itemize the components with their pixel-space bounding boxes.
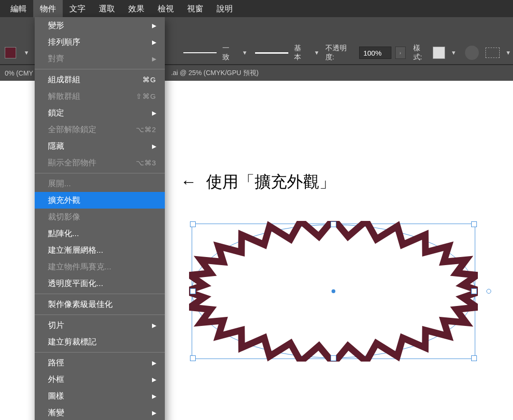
menu-item-15[interactable]: 建立漸層網格... bbox=[35, 242, 165, 258]
object-menu-dropdown: 變形▶排列順序▶對齊▶組成群組⌘G解散群組⇧⌘G鎖定▶全部解除鎖定⌥⌘2隱藏▶顯… bbox=[35, 17, 165, 420]
menu-item-label: 鎖定 bbox=[48, 107, 64, 118]
menubar-item-6[interactable]: 視窗 bbox=[180, 0, 210, 18]
brush-preview bbox=[255, 52, 288, 54]
menu-separator bbox=[35, 69, 165, 69]
selection-handle-bc[interactable] bbox=[328, 353, 339, 364]
menu-shortcut: ⌥⌘3 bbox=[136, 159, 156, 167]
menu-item-label: 排列順序 bbox=[48, 37, 80, 48]
menu-separator bbox=[35, 352, 165, 353]
annotation-text: ←使用「擴充外觀」 bbox=[180, 171, 335, 193]
menu-item-4[interactable]: 組成群組⌘G bbox=[35, 71, 165, 88]
menu-item-label: 建立剪裁標記 bbox=[48, 336, 96, 347]
style-label: 樣式: bbox=[413, 44, 429, 62]
menu-item-label: 透明度平面化... bbox=[48, 278, 103, 289]
chevron-right-icon: ▶ bbox=[152, 393, 156, 400]
menu-item-5: 解散群組⇧⌘G bbox=[35, 88, 165, 105]
menu-item-12[interactable]: 擴充外觀 bbox=[35, 192, 165, 209]
menu-item-label: 裁切影像 bbox=[48, 211, 80, 222]
menu-item-label: 漸變 bbox=[48, 407, 64, 418]
menu-item-9: 顯示全部物件⌥⌘3 bbox=[35, 154, 165, 171]
menu-item-label: 製作像素級最佳化 bbox=[48, 299, 113, 310]
menubar-item-0[interactable]: 編輯 bbox=[4, 0, 33, 18]
menu-item-19[interactable]: 製作像素級最佳化 bbox=[35, 296, 165, 313]
menu-item-26[interactable]: 圖樣▶ bbox=[35, 388, 165, 404]
opacity-label: 不透明度: bbox=[325, 44, 355, 62]
menu-item-label: 建立漸層網格... bbox=[48, 245, 103, 256]
selection-handle-bl[interactable] bbox=[187, 353, 199, 364]
recolor-button[interactable] bbox=[465, 46, 479, 60]
stroke-style-label: 一致 bbox=[222, 44, 237, 62]
menu-item-13: 裁切影像 bbox=[35, 209, 165, 225]
menu-item-7: 全部解除鎖定⌥⌘2 bbox=[35, 121, 165, 138]
menu-item-14[interactable]: 點陣化... bbox=[35, 225, 165, 242]
menu-item-label: 路徑 bbox=[48, 357, 64, 368]
chevron-right-icon: ▶ bbox=[152, 322, 156, 329]
menu-item-16: 建立物件馬賽克... bbox=[35, 258, 165, 275]
menu-item-21[interactable]: 切片▶ bbox=[35, 317, 165, 334]
rotate-handle[interactable] bbox=[486, 289, 491, 294]
menu-item-label: 展開... bbox=[48, 178, 71, 189]
menu-item-label: 圖樣 bbox=[48, 391, 64, 401]
chevron-down-icon[interactable]: ▼ bbox=[449, 49, 458, 56]
menu-item-8[interactable]: 隱藏▶ bbox=[35, 138, 165, 154]
chevron-right-icon: ▶ bbox=[152, 143, 156, 150]
menu-item-0[interactable]: 變形▶ bbox=[35, 17, 165, 34]
brush-style-label: 基本 bbox=[294, 44, 308, 62]
menu-item-24[interactable]: 路徑▶ bbox=[35, 354, 165, 371]
stroke-preview bbox=[183, 52, 217, 53]
menubar-item-7[interactable]: 說明 bbox=[210, 0, 239, 18]
menu-item-label: 解散群組 bbox=[48, 91, 80, 102]
chevron-right-icon: ▶ bbox=[152, 110, 156, 116]
chevron-down-icon[interactable]: ▼ bbox=[240, 49, 249, 56]
chevron-down-icon[interactable]: ▼ bbox=[504, 49, 513, 56]
fill-swatch[interactable] bbox=[5, 47, 16, 58]
menu-item-25[interactable]: 外框▶ bbox=[35, 371, 165, 388]
menubar: 編輯物件文字選取效果檢視視窗說明 bbox=[0, 0, 513, 17]
menu-item-label: 對齊 bbox=[48, 53, 64, 64]
menubar-item-3[interactable]: 選取 bbox=[92, 0, 122, 18]
chevron-right-icon: ▶ bbox=[152, 360, 156, 366]
chevron-right-icon: ▶ bbox=[152, 376, 156, 383]
menu-item-2: 對齊▶ bbox=[35, 50, 165, 67]
align-button[interactable] bbox=[485, 48, 500, 58]
selected-zigzag-ellipse[interactable] bbox=[189, 221, 478, 362]
menu-separator bbox=[35, 294, 165, 294]
menu-item-1[interactable]: 排列順序▶ bbox=[35, 34, 165, 50]
menu-item-label: 擴充外觀 bbox=[48, 195, 80, 206]
menu-item-label: 顯示全部物件 bbox=[48, 157, 96, 168]
menu-item-17[interactable]: 透明度平面化... bbox=[35, 275, 165, 292]
menu-item-6[interactable]: 鎖定▶ bbox=[35, 105, 165, 121]
opacity-stepper[interactable]: › bbox=[395, 47, 406, 59]
selection-handle-tr[interactable] bbox=[468, 219, 480, 230]
menu-separator bbox=[35, 173, 165, 173]
chevron-down-icon[interactable]: ▼ bbox=[312, 49, 322, 56]
menubar-item-5[interactable]: 檢視 bbox=[151, 0, 180, 18]
menu-item-label: 組成群組 bbox=[48, 74, 80, 85]
selection-handle-tc[interactable] bbox=[328, 219, 339, 230]
menu-item-label: 全部解除鎖定 bbox=[48, 124, 96, 135]
menu-item-27[interactable]: 漸變▶ bbox=[35, 404, 165, 420]
menu-item-22[interactable]: 建立剪裁標記 bbox=[35, 334, 165, 350]
chevron-right-icon: ▶ bbox=[152, 410, 156, 416]
menubar-item-2[interactable]: 文字 bbox=[63, 0, 92, 18]
selection-handle-br[interactable] bbox=[468, 353, 480, 364]
menu-separator bbox=[35, 315, 165, 315]
selection-handle-mr[interactable] bbox=[468, 286, 480, 297]
tab-right-fragment: .ai @ 25% (CMYK/GPU 預視) bbox=[171, 69, 259, 77]
opacity-input[interactable] bbox=[359, 47, 391, 59]
selection-center-icon bbox=[332, 289, 335, 293]
tab-left-fragment: 0% (CMY bbox=[5, 69, 33, 77]
menu-item-label: 點陣化... bbox=[48, 228, 79, 239]
menubar-item-4[interactable]: 效果 bbox=[122, 0, 151, 18]
menu-shortcut: ⇧⌘G bbox=[136, 92, 156, 101]
chevron-down-icon[interactable]: ▼ bbox=[22, 49, 31, 56]
graphic-style-swatch[interactable] bbox=[433, 47, 445, 59]
menu-item-label: 外框 bbox=[48, 374, 64, 385]
menu-item-label: 變形 bbox=[48, 20, 64, 31]
arrow-left-icon: ← bbox=[180, 172, 197, 191]
menubar-item-1[interactable]: 物件 bbox=[33, 0, 63, 18]
selection-handle-tl[interactable] bbox=[187, 219, 199, 230]
chevron-right-icon: ▶ bbox=[152, 56, 156, 62]
selection-handle-ml[interactable] bbox=[187, 286, 199, 297]
menu-item-label: 切片 bbox=[48, 320, 64, 331]
